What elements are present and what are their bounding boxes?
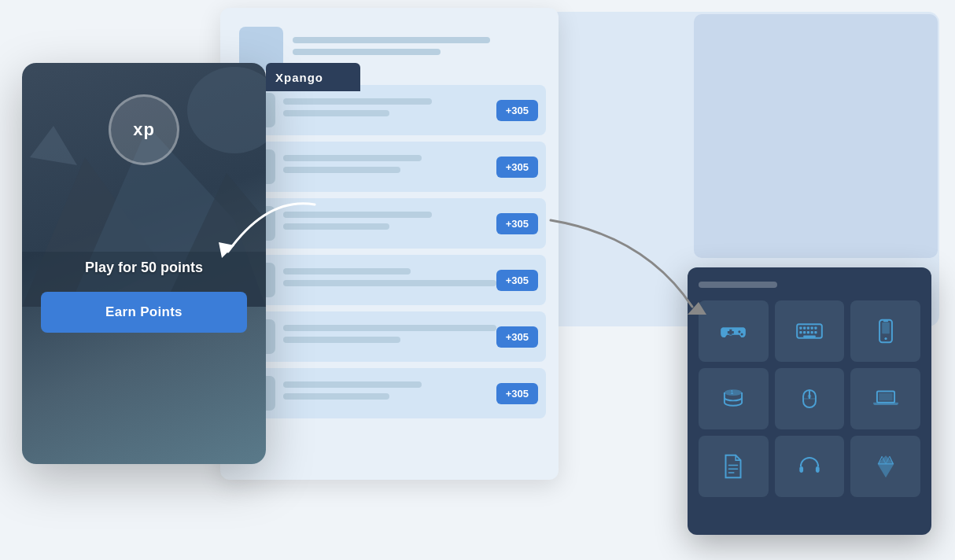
text-line	[283, 212, 432, 218]
list-row[interactable]: +305	[233, 85, 546, 135]
svg-text:1: 1	[731, 389, 734, 395]
text-line	[283, 280, 496, 286]
row-content	[283, 268, 496, 292]
text-line	[283, 381, 422, 388]
svg-rect-13	[803, 331, 806, 333]
text-line-1	[293, 37, 490, 43]
play-text: Play for 50 points	[85, 260, 203, 276]
row-content	[283, 381, 496, 405]
text-line	[283, 110, 389, 116]
phone-content: Play for 50 points Earn Points	[22, 260, 266, 333]
text-line	[283, 155, 422, 161]
points-badge: +305	[496, 157, 538, 178]
svg-point-26	[808, 394, 812, 398]
svg-rect-14	[807, 331, 809, 333]
svg-rect-33	[799, 466, 803, 473]
gamepad-cell[interactable]	[699, 300, 769, 362]
mobile-cell[interactable]	[850, 300, 920, 362]
icon-grid: 1	[699, 300, 920, 497]
points-badge: +305	[496, 326, 538, 348]
text-line	[283, 325, 496, 331]
svg-rect-34	[816, 466, 820, 473]
xp-logo-area: xp	[109, 94, 179, 165]
mouse-cell[interactable]	[775, 368, 845, 429]
svg-rect-29	[879, 393, 892, 401]
laptop-cell[interactable]	[850, 368, 920, 429]
text-line	[283, 223, 389, 230]
list-row[interactable]: +305	[233, 368, 546, 418]
bg-panel-right-inner	[694, 14, 938, 258]
svg-point-20	[884, 337, 887, 340]
svg-rect-15	[811, 331, 813, 333]
text-line	[283, 337, 400, 343]
list-row[interactable]: +305	[233, 255, 546, 305]
mobile-icon	[871, 316, 901, 346]
keyboard-cell[interactable]	[775, 300, 845, 362]
document-icon	[718, 451, 748, 481]
svg-rect-10	[811, 326, 813, 329]
database-cell[interactable]: 1	[699, 368, 769, 429]
text-line-2	[293, 49, 441, 55]
row-content	[283, 155, 496, 179]
text-line	[283, 268, 411, 274]
row-content	[283, 325, 496, 348]
text-line	[283, 393, 389, 400]
svg-rect-8	[803, 326, 806, 329]
headphones-icon	[795, 451, 824, 481]
list-row[interactable]: +305	[233, 311, 546, 362]
mouse-icon	[795, 384, 824, 414]
diamond-cell[interactable]	[850, 436, 920, 497]
list-top-text	[293, 37, 540, 61]
points-badge: +305	[496, 213, 538, 234]
xpango-brand-bar: Xpango	[266, 63, 360, 91]
database-icon: 1	[718, 384, 748, 414]
document-cell[interactable]	[699, 436, 769, 497]
laptop-icon	[871, 384, 901, 414]
row-content	[283, 212, 496, 235]
row-content	[283, 98, 496, 122]
svg-marker-5	[30, 126, 77, 165]
grid-header-bar	[699, 282, 777, 288]
list-row[interactable]: +305	[233, 142, 546, 192]
keyboard-icon	[795, 316, 824, 346]
headphones-cell[interactable]	[775, 436, 845, 497]
svg-rect-9	[807, 326, 809, 329]
text-line	[283, 167, 400, 173]
earn-points-button[interactable]: Earn Points	[41, 292, 247, 333]
phone-background: xp Play for 50 points Earn Points	[22, 63, 266, 464]
diamond-icon	[871, 451, 901, 481]
brand-name: Xpango	[275, 71, 323, 84]
grid-panel: 1	[688, 267, 931, 535]
text-line	[283, 98, 432, 105]
svg-rect-19	[882, 322, 890, 333]
points-badge: +305	[496, 270, 538, 291]
svg-rect-12	[799, 331, 802, 333]
svg-rect-7	[799, 326, 802, 329]
svg-rect-17	[803, 336, 816, 337]
xp-circle: xp	[109, 94, 179, 165]
phone-card: xp Play for 50 points Earn Points	[22, 63, 266, 464]
svg-rect-11	[814, 326, 817, 329]
gamepad-icon	[718, 316, 748, 346]
svg-point-0	[187, 67, 266, 153]
scene: xp Play for 50 points Earn Points Xpango	[0, 0, 955, 560]
points-badge: +305	[496, 100, 538, 121]
xp-label: xp	[133, 120, 155, 140]
svg-rect-16	[814, 331, 817, 333]
list-row[interactable]: +305	[233, 198, 546, 249]
points-badge: +305	[496, 383, 538, 404]
